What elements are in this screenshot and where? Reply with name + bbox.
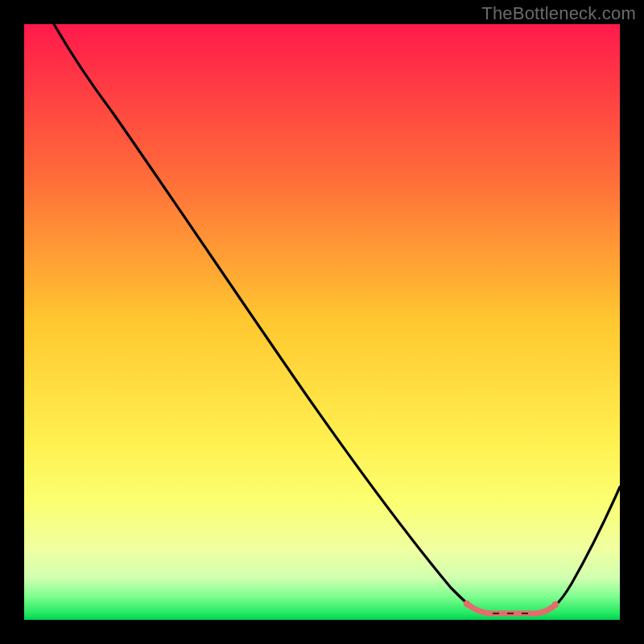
bottleneck-curve-svg xyxy=(24,24,620,620)
optimal-range-highlight xyxy=(467,604,555,613)
watermark-text: TheBottleneck.com xyxy=(481,3,636,24)
plot-area xyxy=(24,24,620,620)
chart-container: TheBottleneck.com xyxy=(0,0,644,644)
bottleneck-curve-path xyxy=(54,24,620,613)
highlight-end-dot xyxy=(552,601,559,608)
highlight-start-dot xyxy=(464,601,470,607)
